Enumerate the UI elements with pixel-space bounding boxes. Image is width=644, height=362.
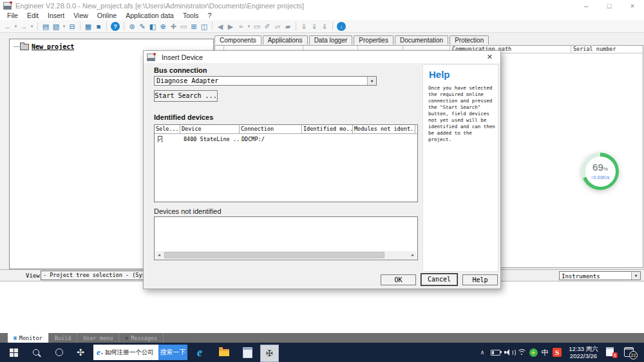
dialog-close-icon[interactable]: ✕ <box>487 53 493 61</box>
online-back-icon[interactable]: ◀ <box>215 21 225 32</box>
tab-monitor[interactable]: ▣ Monitor <box>8 333 49 343</box>
col-identified-modules[interactable]: Identified mo... <box>302 125 353 133</box>
col-device[interactable]: Device <box>180 125 240 133</box>
online-forward-icon[interactable]: ▶ <box>225 21 236 32</box>
forward-dropdown-icon[interactable]: ▾ <box>29 21 35 32</box>
col-selected[interactable]: Sele... <box>155 125 180 133</box>
edit-tool-icon[interactable]: ✎ <box>137 21 147 32</box>
block-tool-icon[interactable]: ▭ <box>178 21 189 32</box>
ime-indicator[interactable]: 中 <box>540 343 550 362</box>
taskbar-search-icon[interactable] <box>28 343 44 362</box>
tab-properties[interactable]: Properties <box>354 35 393 44</box>
toolbar: ← ▾ → ▾ ▤ ▧ ▾ ⊟ ▦ ■ ? ⊛ ✎ ◧ ⊕ ✚ ▭ ⊞ ◫ ◀ … <box>0 20 644 33</box>
bus-tool-icon[interactable]: ⊞ <box>189 21 199 32</box>
chevron-down-icon[interactable]: ▼ <box>631 272 640 280</box>
tab-messages[interactable]: ◉ Messages <box>119 333 164 343</box>
restore-icon[interactable]: □ <box>598 2 621 10</box>
identify-devices-icon[interactable]: ⊛ <box>127 21 137 32</box>
ok-button[interactable]: OK <box>381 274 416 285</box>
download-2-icon[interactable]: ⇓ <box>309 21 319 32</box>
download-1-icon[interactable]: ⇓ <box>299 21 309 32</box>
wifi-status[interactable] <box>516 343 527 362</box>
search-query-text[interactable]: 如何注册一个公司 <box>105 348 158 357</box>
tree-item-new-project[interactable]: New project <box>14 43 213 50</box>
screen-fill-icon[interactable]: ■ <box>93 21 104 32</box>
scroll-right-icon[interactable]: ▸ <box>409 251 417 259</box>
save-icon[interactable]: ⊟ <box>67 21 77 32</box>
notes-app-button[interactable] <box>238 343 256 362</box>
engineer-app-button[interactable]: ✠ <box>260 345 279 362</box>
view-selection-box[interactable]: - Project tree selection - (System) <box>41 271 150 280</box>
download-3-icon[interactable]: ⇓ <box>319 21 330 32</box>
probe-tool-icon[interactable]: ✐ <box>262 21 272 32</box>
tab-data-logger[interactable]: Data logger <box>309 35 353 44</box>
table-row[interactable]: ✓ 8400 StateLine ... DDCMP:/ <box>155 134 417 144</box>
start-button[interactable] <box>5 343 22 362</box>
screen-editor-icon[interactable]: ▦ <box>83 21 93 32</box>
taskbar-search-box[interactable]: e ▴ 如何注册一个公司 搜索一下 <box>93 345 187 360</box>
tab-applications[interactable]: Applications <box>263 35 308 44</box>
tab-build[interactable]: Build <box>49 333 78 343</box>
online-dropdown-icon[interactable]: ▾ <box>246 21 252 32</box>
tray-expand-button[interactable]: ∧ <box>478 343 487 362</box>
bus-connection-combobox[interactable]: Diagnose Adapter ▼ <box>154 76 377 86</box>
action-center-button[interactable]: 22 <box>624 347 634 357</box>
menu-tools[interactable]: Tools <box>178 12 204 19</box>
horizontal-scrollbar[interactable]: ◂ ▸ <box>155 251 417 259</box>
open-dropdown-icon[interactable]: ▾ <box>61 21 67 32</box>
col-connection[interactable]: Connection <box>240 125 302 133</box>
wire-tool-icon[interactable]: ✚ <box>168 21 178 32</box>
battery-status[interactable] <box>489 343 501 362</box>
file-explorer-button[interactable] <box>215 343 233 362</box>
plug-a-icon[interactable]: ▱ <box>272 21 283 32</box>
help-icon[interactable]: ? <box>111 22 120 31</box>
net-speed-widget[interactable]: 69% ↑0.03K/s <box>582 153 619 190</box>
menu-help[interactable]: ? <box>203 12 216 19</box>
search-go-button[interactable]: 搜索一下 <box>158 345 187 360</box>
fill-tool-icon[interactable]: ◧ <box>147 21 158 32</box>
help-panel: Help Once you have selected the required… <box>422 64 498 272</box>
dialog-icon <box>147 53 155 61</box>
config-tool-icon[interactable]: ⊕ <box>158 21 168 32</box>
forward-icon[interactable]: → <box>19 21 29 32</box>
plug-b-icon[interactable]: ▰ <box>283 21 293 32</box>
tab-protection[interactable]: Protection <box>450 35 489 44</box>
tab-documentation[interactable]: Documentation <box>395 35 448 44</box>
chat-tool-icon[interactable]: ▭ <box>252 21 262 32</box>
online-signal-icon[interactable]: ≈ <box>236 21 246 32</box>
ie-task-button[interactable]: e <box>191 343 209 362</box>
menu-application-data[interactable]: Application data <box>121 12 178 19</box>
col-modules-not-identified[interactable]: Modules not ident... <box>353 125 415 133</box>
cortana-button[interactable] <box>52 343 67 362</box>
taskbar-clock[interactable]: 12:33 周六 2022/3/26 <box>564 345 603 359</box>
documents-tray-button[interactable]: 6 <box>606 347 614 356</box>
scroll-left-icon[interactable]: ◂ <box>155 251 163 259</box>
download-all-icon[interactable]: ↓ <box>337 22 346 31</box>
open-project-icon[interactable]: ▧ <box>51 21 61 32</box>
tab-user-menu[interactable]: User menu <box>77 333 119 343</box>
tab-components[interactable]: Components <box>214 35 261 44</box>
help-button[interactable]: Help <box>462 274 498 285</box>
sogou-tray[interactable]: S <box>551 343 563 362</box>
menu-file[interactable]: File <box>3 12 23 19</box>
volume-status[interactable] <box>503 343 515 362</box>
back-icon[interactable]: ← <box>3 21 13 32</box>
pinwheel-app-button[interactable]: ✣ <box>72 343 89 362</box>
chevron-down-icon[interactable]: ▼ <box>367 77 376 85</box>
start-search-button[interactable]: Start Search ... <box>154 90 218 102</box>
new-project-icon[interactable]: ▤ <box>41 21 51 32</box>
minimize-icon[interactable]: – <box>574 2 598 10</box>
antivirus-tray[interactable]: + <box>528 343 538 362</box>
menu-online[interactable]: Online <box>93 12 121 19</box>
menu-edit[interactable]: Edit <box>23 12 43 19</box>
device-checkbox[interactable]: ✓ <box>158 136 162 142</box>
menu-insert[interactable]: Insert <box>43 12 69 19</box>
cancel-button[interactable]: Cancel <box>421 274 457 285</box>
scrollbar-thumb[interactable] <box>164 252 384 258</box>
close-icon[interactable]: × <box>621 2 644 10</box>
device-tool-icon[interactable]: ◫ <box>199 21 209 32</box>
col-serial-number[interactable]: Serial number <box>571 46 643 53</box>
menu-view[interactable]: View <box>69 12 93 19</box>
back-dropdown-icon[interactable]: ▾ <box>13 21 19 32</box>
instruments-combobox[interactable]: Instruments ▼ <box>559 271 641 280</box>
